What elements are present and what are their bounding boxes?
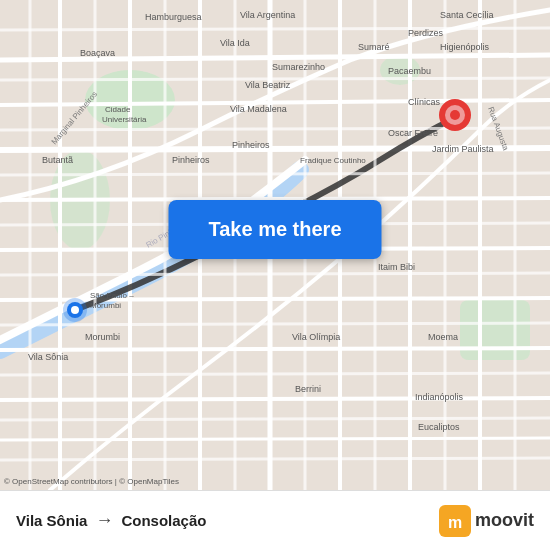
svg-text:Universitária: Universitária (102, 115, 147, 124)
svg-text:Sumaré: Sumaré (358, 42, 390, 52)
svg-line-12 (0, 398, 550, 400)
svg-point-44 (71, 306, 79, 314)
route-arrow-icon: → (95, 510, 113, 531)
svg-text:Higienópolis: Higienópolis (440, 42, 490, 52)
svg-text:Morumbi: Morumbi (90, 301, 121, 310)
svg-text:Pinheiros: Pinheiros (232, 140, 270, 150)
footer-route: Vila Sônia → Consolação (16, 510, 439, 531)
svg-text:Oscar Freire: Oscar Freire (388, 128, 438, 138)
map-container: Hamburguesa Vila Argentina Santa Cecília… (0, 0, 550, 490)
svg-text:Santa Cecília: Santa Cecília (440, 10, 494, 20)
svg-text:Berrini: Berrini (295, 384, 321, 394)
svg-line-24 (0, 173, 550, 175)
svg-line-21 (0, 28, 550, 30)
svg-line-13 (0, 438, 550, 440)
svg-text:Butantã: Butantã (42, 155, 73, 165)
svg-text:Boaçava: Boaçava (80, 48, 115, 58)
svg-text:Indianópolis: Indianópolis (415, 392, 464, 402)
svg-line-30 (0, 458, 550, 460)
moovit-text: moovit (475, 510, 534, 531)
svg-text:Vila Beatriz: Vila Beatriz (245, 80, 291, 90)
svg-line-10 (0, 298, 550, 300)
svg-rect-3 (460, 300, 530, 360)
svg-text:Pacaembu: Pacaembu (388, 66, 431, 76)
svg-line-11 (0, 348, 550, 350)
svg-text:Vila Ida: Vila Ida (220, 38, 250, 48)
destination-label: Consolação (121, 512, 206, 529)
svg-text:Cidade: Cidade (105, 105, 131, 114)
svg-text:Vila Argentina: Vila Argentina (240, 10, 295, 20)
moovit-icon: m (439, 505, 471, 537)
svg-line-29 (0, 418, 550, 420)
svg-text:São Paulo –: São Paulo – (90, 291, 134, 300)
svg-text:Clínicas: Clínicas (408, 97, 441, 107)
take-me-there-button[interactable]: Take me there (168, 200, 381, 259)
svg-line-26 (0, 273, 550, 275)
svg-point-41 (450, 110, 460, 120)
svg-text:Sumarezinho: Sumarezinho (272, 62, 325, 72)
svg-text:Eucaliptos: Eucaliptos (418, 422, 460, 432)
svg-text:Pinheiros: Pinheiros (172, 155, 210, 165)
svg-text:© OpenStreetMap contributors |: © OpenStreetMap contributors | © OpenMap… (4, 477, 179, 486)
svg-text:Morumbi: Morumbi (85, 332, 120, 342)
svg-text:Vila Madalena: Vila Madalena (230, 104, 287, 114)
svg-line-28 (0, 373, 550, 375)
svg-text:Itaim Bibi: Itaim Bibi (378, 262, 415, 272)
origin-label: Vila Sônia (16, 512, 87, 529)
svg-text:Fradique Coutinho: Fradique Coutinho (300, 156, 366, 165)
svg-text:Moema: Moema (428, 332, 458, 342)
svg-line-23 (0, 128, 550, 130)
svg-text:Vila Olímpia: Vila Olímpia (292, 332, 340, 342)
footer: Vila Sônia → Consolação m moovit (0, 490, 550, 550)
svg-text:Perdizes: Perdizes (408, 28, 444, 38)
moovit-logo: m moovit (439, 505, 534, 537)
svg-text:m: m (448, 514, 462, 531)
svg-line-27 (0, 323, 550, 325)
svg-text:Vila Sônia: Vila Sônia (28, 352, 68, 362)
svg-text:Hamburguesa: Hamburguesa (145, 12, 202, 22)
svg-text:Jardim Paulista: Jardim Paulista (432, 144, 494, 154)
